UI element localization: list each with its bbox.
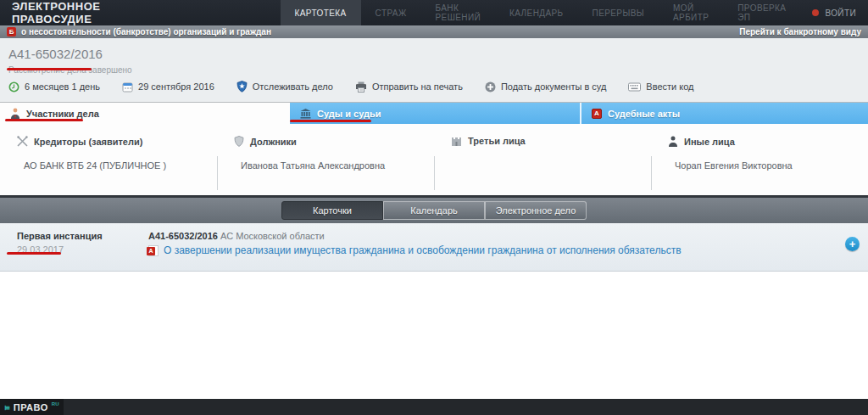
login-button[interactable]: ВОЙТИ <box>800 0 868 25</box>
submit-documents-button[interactable]: Подать документы в суд <box>485 81 606 93</box>
scales-icon <box>17 136 28 147</box>
person-icon <box>668 136 678 147</box>
nav-strazh[interactable]: СТРАЖ <box>361 0 421 25</box>
tab-judicial-acts-label: Судебные акты <box>608 109 680 119</box>
instance-case-number: А41-65032/2016 <box>148 231 218 241</box>
case-header-section: А41-65032/2016 Рассмотрение дела заверше… <box>0 38 868 102</box>
instance-case-line: А41-65032/2016 АС Московской области <box>148 231 325 241</box>
footer-bar: ⫢ ПРАВО RU <box>0 399 868 415</box>
pravo-ru-logo[interactable]: ⫢ ПРАВО RU <box>0 399 64 415</box>
pdf-icon: A <box>592 109 602 119</box>
third-parties-title: Третьи лица <box>468 136 526 146</box>
print-button[interactable]: Отправить на печать <box>355 81 463 93</box>
breadcrumb-text: о несостоятельности (банкротстве) органи… <box>21 27 271 36</box>
main-nav: КАРТОТЕКА СТРАЖ БАНК РЕШЕНИЙ КАЛЕНДАРЬ П… <box>281 0 801 25</box>
other-parties-title-row: Иные лица <box>668 136 860 147</box>
creditor-value: АО БАНК ВТБ 24 (ПУБЛИЧНОЕ ) <box>24 160 209 171</box>
enter-code-label: Ввести код <box>646 81 693 92</box>
pravo-logo-ru: RU <box>52 401 59 407</box>
plus-circle-icon <box>485 81 496 93</box>
nav-moy-arbitr[interactable]: МОЙ АРБИТР <box>659 0 723 25</box>
debtors-title-row: Должники <box>234 136 426 147</box>
shield-outline-icon <box>234 136 244 147</box>
instance-court: АС Московской области <box>220 231 325 241</box>
keyboard-icon <box>628 82 641 92</box>
view-switcher: Карточки Календарь Электронное дело <box>281 201 587 220</box>
pdf-document-icon[interactable] <box>148 245 159 256</box>
nav-kartoteka[interactable]: КАРТОТЕКА <box>281 0 361 25</box>
debtor-value: Иванова Татьяна Александровна <box>241 160 426 171</box>
view-tab-electronic-case[interactable]: Электронное дело <box>485 201 587 220</box>
expand-plus-button[interactable]: + <box>845 237 860 251</box>
nav-pereryvy[interactable]: ПЕРЕРЫВЫ <box>578 0 659 25</box>
third-parties-title-row: Третьи лица <box>451 136 643 146</box>
column-creditors: Кредиторы (заявители) АО БАНК ВТБ 24 (ПУ… <box>0 124 217 195</box>
switch-bankruptcy-view-link[interactable]: Перейти к банкротному виду <box>739 27 861 36</box>
annotation-underline-participants-tab <box>5 119 83 121</box>
track-case-label: Отслеживать дело <box>253 81 333 92</box>
creditors-title-row: Кредиторы (заявители) <box>17 136 209 147</box>
instance-row: Первая инстанция 29.03.2017 А41-65032/20… <box>0 223 868 272</box>
view-tab-calendar[interactable]: Календарь <box>383 201 485 220</box>
debtors-title: Должники <box>250 137 297 147</box>
duration-label: 6 месяцев 1 день <box>25 81 100 92</box>
view-tab-cards[interactable]: Карточки <box>281 201 383 220</box>
login-status-icon <box>812 9 819 16</box>
submit-documents-label: Подать документы в суд <box>501 81 606 92</box>
person-icon <box>10 108 20 119</box>
registration-date[interactable]: 29 сентября 2016 <box>122 81 214 93</box>
castle-icon <box>451 136 462 146</box>
printer-icon <box>355 81 367 93</box>
annotation-underline-date <box>7 252 61 255</box>
tab-judicial-acts[interactable]: A Судебные акты <box>580 103 868 124</box>
page: ЭЛЕКТРОННОЕ ПРАВОСУДИЕ КАРТОТЕКА СТРАЖ Б… <box>0 0 868 415</box>
annotation-underline-case-number <box>7 68 92 70</box>
instance-stage: Первая инстанция <box>17 231 103 241</box>
column-debtors: Должники Иванова Татьяна Александровна <box>217 124 434 195</box>
other-parties-title: Иные лица <box>684 137 735 147</box>
top-header: ЭЛЕКТРОННОЕ ПРАВОСУДИЕ КАРТОТЕКА СТРАЖ Б… <box>0 0 868 25</box>
duration-indicator[interactable]: 6 месяцев 1 день <box>8 81 100 93</box>
nav-proverka-ep[interactable]: ПРОВЕРКА ЭП <box>723 0 800 25</box>
print-label: Отправить на печать <box>372 81 463 92</box>
column-third-parties: Третьи лица <box>434 124 651 195</box>
pravo-logo-text: ПРАВО <box>14 402 48 412</box>
document-row: О завершении реализации имущества гражда… <box>148 244 682 256</box>
registration-date-label: 29 сентября 2016 <box>138 81 214 92</box>
view-switcher-bar: Карточки Календарь Электронное дело <box>0 195 868 223</box>
nav-kalendar[interactable]: КАЛЕНДАРЬ <box>495 0 577 25</box>
calendar-icon <box>122 81 133 93</box>
other-party-value: Чорап Евгения Викторовна <box>675 160 860 171</box>
column-other-parties: Иные лица Чорап Евгения Викторовна <box>651 124 868 195</box>
app-logo: ЭЛЕКТРОННОЕ ПРАВОСУДИЕ <box>0 0 155 25</box>
column-divider <box>217 156 218 190</box>
column-divider <box>434 156 435 190</box>
login-label: ВОЙТИ <box>825 8 856 18</box>
nav-bank-resheniy[interactable]: БАНК РЕШЕНИЙ <box>421 0 496 25</box>
breadcrumb-bar: Б о несостоятельности (банкротстве) орга… <box>0 25 868 38</box>
creditors-title: Кредиторы (заявители) <box>34 137 142 147</box>
tab-participants-label: Участники дела <box>26 109 99 119</box>
enter-code-button[interactable]: Ввести код <box>628 81 693 92</box>
participants-section: Кредиторы (заявители) АО БАНК ВТБ 24 (ПУ… <box>0 124 868 195</box>
document-link[interactable]: О завершении реализации имущества гражда… <box>164 244 682 256</box>
case-number: А41-65032/2016 <box>8 47 103 61</box>
column-divider <box>651 156 652 190</box>
annotation-underline-courts-tab <box>290 120 371 122</box>
pravo-logo-icon: ⫢ <box>5 401 10 412</box>
tab-courts-judges-label: Суды и судьи <box>317 109 381 119</box>
shield-icon <box>236 81 248 93</box>
bankruptcy-icon: Б <box>7 27 16 36</box>
court-building-icon <box>300 109 311 119</box>
track-case-button[interactable]: Отслеживать дело <box>236 81 333 93</box>
clock-icon <box>8 81 19 93</box>
case-tabs: Участники дела Суды и судьи A Судебные а… <box>0 102 868 124</box>
case-toolbar: 6 месяцев 1 день 29 сентября 2016 Отслеж… <box>8 81 694 93</box>
